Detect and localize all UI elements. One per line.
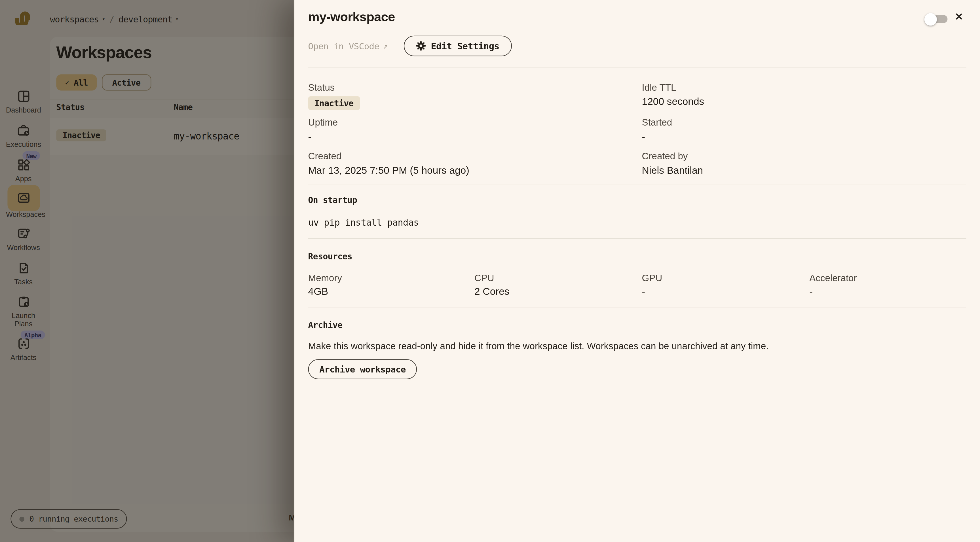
- archive-workspace-button[interactable]: Archive workspace: [308, 359, 417, 379]
- detail-grid: Status Inactive Idle TTL 1200 seconds Up…: [294, 67, 980, 184]
- on-startup-label: On startup: [308, 195, 966, 205]
- detail-status: Status Inactive: [308, 81, 642, 110]
- toggle-knob: [924, 13, 937, 25]
- drawer-actions: Open in VSCode ↗ Edit Settings: [308, 36, 966, 56]
- detail-value: -: [642, 130, 966, 143]
- drawer-header: my-workspace ✕ Open in VSCode ↗: [294, 0, 980, 67]
- edit-settings-button[interactable]: Edit Settings: [404, 36, 512, 56]
- resources-section: Resources Memory 4GB CPU 2 Cores GPU - A…: [294, 239, 980, 307]
- detail-label: Status: [308, 81, 642, 93]
- resource-label: Memory: [308, 272, 474, 284]
- gear-icon: [417, 41, 426, 51]
- resource-value: -: [809, 285, 966, 299]
- archive-description: Make this workspace read-only and hide i…: [308, 340, 966, 352]
- open-in-vscode-link[interactable]: Open in VSCode ↗: [308, 41, 388, 51]
- open-in-vscode-label: Open in VSCode: [308, 41, 379, 51]
- detail-value: Niels Bantilan: [642, 164, 966, 177]
- resource-label: GPU: [642, 272, 810, 284]
- detail-label: Created by: [642, 150, 966, 162]
- divider: [308, 67, 966, 67]
- resources-grid: Memory 4GB CPU 2 Cores GPU - Accelerator…: [308, 272, 966, 299]
- detail-created: Created Mar 13, 2025 7:50 PM (5 hours ag…: [308, 150, 642, 178]
- edit-settings-label: Edit Settings: [431, 41, 500, 51]
- on-startup-section: On startup uv pip install pandas: [294, 184, 980, 238]
- application-window: workspaces ▾ / development ▾ Dashboard: [0, 0, 980, 542]
- resource-cpu: CPU 2 Cores: [474, 272, 642, 299]
- archive-label: Archive: [308, 320, 966, 330]
- detail-value: 1200 seconds: [642, 95, 966, 108]
- resource-gpu: GPU -: [642, 272, 810, 299]
- arrow-up-right-icon: ↗: [383, 41, 388, 51]
- workspace-power-toggle[interactable]: [926, 15, 947, 23]
- detail-label: Started: [642, 116, 966, 128]
- detail-uptime: Uptime -: [308, 116, 642, 144]
- detail-value: Mar 13, 2025 7:50 PM (5 hours ago): [308, 164, 642, 177]
- resource-label: CPU: [474, 272, 642, 284]
- detail-label: Uptime: [308, 116, 642, 128]
- detail-started: Started -: [642, 116, 966, 144]
- workspace-detail-drawer: my-workspace ✕ Open in VSCode ↗: [294, 0, 980, 542]
- archive-section: Archive Make this workspace read-only an…: [294, 307, 980, 379]
- resource-value: 2 Cores: [474, 285, 642, 299]
- detail-value: -: [308, 130, 642, 143]
- resource-value: 4GB: [308, 285, 474, 299]
- close-icon[interactable]: ✕: [955, 11, 963, 22]
- detail-created-by: Created by Niels Bantilan: [642, 150, 966, 178]
- startup-command: uv pip install pandas: [308, 216, 966, 229]
- resource-memory: Memory 4GB: [308, 272, 474, 299]
- detail-label: Created: [308, 150, 642, 162]
- drawer-title: my-workspace: [308, 9, 966, 24]
- status-badge: Inactive: [308, 96, 360, 110]
- resource-accelerator: Accelerator -: [809, 272, 966, 299]
- detail-idle-ttl: Idle TTL 1200 seconds: [642, 81, 966, 110]
- detail-label: Idle TTL: [642, 81, 966, 93]
- resource-label: Accelerator: [809, 272, 966, 284]
- resource-value: -: [642, 285, 810, 299]
- resources-label: Resources: [308, 251, 966, 262]
